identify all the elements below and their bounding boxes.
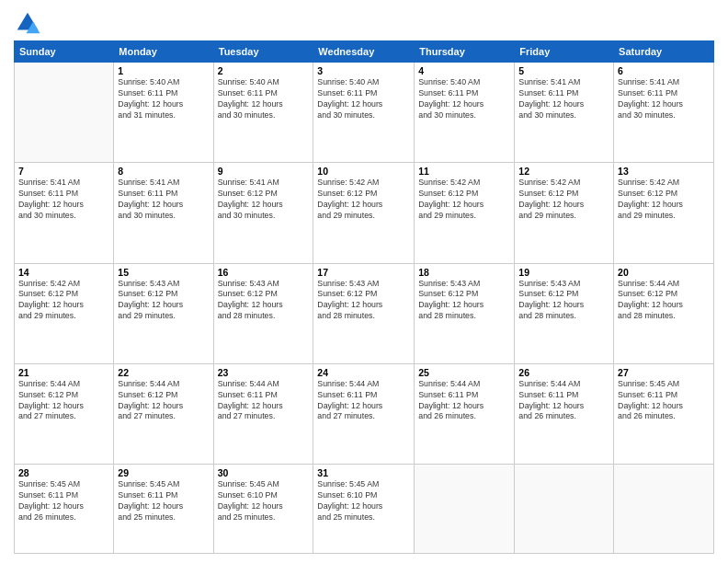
calendar-week-row: 21Sunrise: 5:44 AMSunset: 6:12 PMDayligh… <box>15 363 714 464</box>
day-detail: Sunrise: 5:43 AMSunset: 6:12 PMDaylight:… <box>418 279 510 323</box>
day-detail: Sunrise: 5:43 AMSunset: 6:12 PMDaylight:… <box>118 279 209 323</box>
day-detail: Sunrise: 5:44 AMSunset: 6:12 PMDaylight:… <box>18 379 109 423</box>
calendar-cell: 17Sunrise: 5:43 AMSunset: 6:12 PMDayligh… <box>313 263 415 363</box>
page: SundayMondayTuesdayWednesdayThursdayFrid… <box>0 0 728 563</box>
day-number: 13 <box>618 166 710 177</box>
day-detail: Sunrise: 5:43 AMSunset: 6:12 PMDaylight:… <box>317 279 410 323</box>
calendar-cell <box>614 465 714 554</box>
calendar-cell: 31Sunrise: 5:45 AMSunset: 6:10 PMDayligh… <box>313 465 415 554</box>
day-number: 5 <box>518 65 609 76</box>
day-number: 18 <box>418 267 510 278</box>
day-number: 17 <box>317 267 410 278</box>
day-detail: Sunrise: 5:45 AMSunset: 6:11 PMDaylight:… <box>18 479 109 523</box>
day-detail: Sunrise: 5:40 AMSunset: 6:11 PMDaylight:… <box>418 77 510 121</box>
day-detail: Sunrise: 5:44 AMSunset: 6:12 PMDaylight:… <box>618 279 710 323</box>
calendar-cell: 25Sunrise: 5:44 AMSunset: 6:11 PMDayligh… <box>415 363 515 464</box>
calendar-header-saturday: Saturday <box>614 41 714 63</box>
day-number: 20 <box>618 267 710 278</box>
day-number: 6 <box>618 65 710 76</box>
day-detail: Sunrise: 5:40 AMSunset: 6:11 PMDaylight:… <box>118 77 209 121</box>
calendar-cell: 5Sunrise: 5:41 AMSunset: 6:11 PMDaylight… <box>515 63 614 163</box>
day-detail: Sunrise: 5:41 AMSunset: 6:11 PMDaylight:… <box>118 178 209 222</box>
day-detail: Sunrise: 5:44 AMSunset: 6:11 PMDaylight:… <box>518 379 609 423</box>
header <box>14 9 714 37</box>
calendar-cell: 6Sunrise: 5:41 AMSunset: 6:11 PMDaylight… <box>614 63 714 163</box>
day-number: 14 <box>18 267 109 278</box>
day-number: 21 <box>18 367 109 378</box>
day-number: 1 <box>118 65 209 76</box>
calendar-cell: 29Sunrise: 5:45 AMSunset: 6:11 PMDayligh… <box>114 465 213 554</box>
day-number: 27 <box>618 367 710 378</box>
calendar-cell: 12Sunrise: 5:42 AMSunset: 6:12 PMDayligh… <box>515 163 614 263</box>
calendar-header-row: SundayMondayTuesdayWednesdayThursdayFrid… <box>15 41 714 63</box>
day-detail: Sunrise: 5:41 AMSunset: 6:11 PMDaylight:… <box>618 77 710 121</box>
day-detail: Sunrise: 5:45 AMSunset: 6:11 PMDaylight:… <box>618 379 710 423</box>
day-number: 23 <box>218 367 310 378</box>
calendar-cell <box>415 465 515 554</box>
calendar-cell: 27Sunrise: 5:45 AMSunset: 6:11 PMDayligh… <box>614 363 714 464</box>
day-detail: Sunrise: 5:42 AMSunset: 6:12 PMDaylight:… <box>618 178 710 222</box>
day-detail: Sunrise: 5:42 AMSunset: 6:12 PMDaylight:… <box>418 178 510 222</box>
day-detail: Sunrise: 5:43 AMSunset: 6:12 PMDaylight:… <box>218 279 310 323</box>
day-number: 25 <box>418 367 510 378</box>
day-number: 28 <box>18 467 109 478</box>
day-detail: Sunrise: 5:42 AMSunset: 6:12 PMDaylight:… <box>518 178 609 222</box>
calendar-cell: 22Sunrise: 5:44 AMSunset: 6:12 PMDayligh… <box>114 363 213 464</box>
day-number: 30 <box>218 467 310 478</box>
day-number: 11 <box>418 166 510 177</box>
calendar-header-sunday: Sunday <box>15 41 114 63</box>
day-number: 26 <box>518 367 609 378</box>
day-detail: Sunrise: 5:43 AMSunset: 6:12 PMDaylight:… <box>518 279 609 323</box>
day-number: 9 <box>218 166 310 177</box>
day-number: 22 <box>118 367 209 378</box>
calendar-week-row: 28Sunrise: 5:45 AMSunset: 6:11 PMDayligh… <box>15 465 714 554</box>
logo-icon <box>14 9 41 37</box>
calendar-cell: 28Sunrise: 5:45 AMSunset: 6:11 PMDayligh… <box>15 465 114 554</box>
calendar-cell: 14Sunrise: 5:42 AMSunset: 6:12 PMDayligh… <box>15 263 114 363</box>
day-number: 7 <box>18 166 109 177</box>
day-detail: Sunrise: 5:44 AMSunset: 6:11 PMDaylight:… <box>317 379 410 423</box>
calendar-cell: 24Sunrise: 5:44 AMSunset: 6:11 PMDayligh… <box>313 363 415 464</box>
day-detail: Sunrise: 5:45 AMSunset: 6:10 PMDaylight:… <box>218 479 310 523</box>
calendar-header-wednesday: Wednesday <box>313 41 415 63</box>
day-number: 24 <box>317 367 410 378</box>
day-detail: Sunrise: 5:41 AMSunset: 6:11 PMDaylight:… <box>18 178 109 222</box>
calendar-header-friday: Friday <box>515 41 614 63</box>
calendar-cell: 26Sunrise: 5:44 AMSunset: 6:11 PMDayligh… <box>515 363 614 464</box>
calendar-cell: 9Sunrise: 5:41 AMSunset: 6:12 PMDaylight… <box>213 163 313 263</box>
day-detail: Sunrise: 5:40 AMSunset: 6:11 PMDaylight:… <box>218 77 310 121</box>
day-detail: Sunrise: 5:42 AMSunset: 6:12 PMDaylight:… <box>18 279 109 323</box>
calendar-cell: 23Sunrise: 5:44 AMSunset: 6:11 PMDayligh… <box>213 363 313 464</box>
calendar-table: SundayMondayTuesdayWednesdayThursdayFrid… <box>14 40 714 554</box>
day-number: 29 <box>118 467 209 478</box>
calendar-week-row: 14Sunrise: 5:42 AMSunset: 6:12 PMDayligh… <box>15 263 714 363</box>
day-number: 3 <box>317 65 410 76</box>
calendar-cell <box>15 63 114 163</box>
calendar-cell: 18Sunrise: 5:43 AMSunset: 6:12 PMDayligh… <box>415 263 515 363</box>
calendar-cell: 20Sunrise: 5:44 AMSunset: 6:12 PMDayligh… <box>614 263 714 363</box>
day-detail: Sunrise: 5:44 AMSunset: 6:11 PMDaylight:… <box>218 379 310 423</box>
day-detail: Sunrise: 5:42 AMSunset: 6:12 PMDaylight:… <box>317 178 410 222</box>
day-detail: Sunrise: 5:44 AMSunset: 6:11 PMDaylight:… <box>418 379 510 423</box>
calendar-header-tuesday: Tuesday <box>213 41 313 63</box>
calendar-cell: 15Sunrise: 5:43 AMSunset: 6:12 PMDayligh… <box>114 263 213 363</box>
day-number: 4 <box>418 65 510 76</box>
logo <box>14 9 45 37</box>
day-detail: Sunrise: 5:45 AMSunset: 6:10 PMDaylight:… <box>317 479 410 523</box>
calendar-cell: 30Sunrise: 5:45 AMSunset: 6:10 PMDayligh… <box>213 465 313 554</box>
day-detail: Sunrise: 5:44 AMSunset: 6:12 PMDaylight:… <box>118 379 209 423</box>
calendar-cell: 11Sunrise: 5:42 AMSunset: 6:12 PMDayligh… <box>415 163 515 263</box>
calendar-week-row: 7Sunrise: 5:41 AMSunset: 6:11 PMDaylight… <box>15 163 714 263</box>
day-detail: Sunrise: 5:40 AMSunset: 6:11 PMDaylight:… <box>317 77 410 121</box>
calendar-week-row: 1Sunrise: 5:40 AMSunset: 6:11 PMDaylight… <box>15 63 714 163</box>
day-detail: Sunrise: 5:45 AMSunset: 6:11 PMDaylight:… <box>118 479 209 523</box>
calendar-cell: 19Sunrise: 5:43 AMSunset: 6:12 PMDayligh… <box>515 263 614 363</box>
day-detail: Sunrise: 5:41 AMSunset: 6:11 PMDaylight:… <box>518 77 609 121</box>
calendar-cell: 1Sunrise: 5:40 AMSunset: 6:11 PMDaylight… <box>114 63 213 163</box>
day-number: 31 <box>317 467 410 478</box>
calendar-cell: 2Sunrise: 5:40 AMSunset: 6:11 PMDaylight… <box>213 63 313 163</box>
calendar-cell <box>515 465 614 554</box>
calendar-cell: 13Sunrise: 5:42 AMSunset: 6:12 PMDayligh… <box>614 163 714 263</box>
day-number: 10 <box>317 166 410 177</box>
calendar-header-monday: Monday <box>114 41 213 63</box>
